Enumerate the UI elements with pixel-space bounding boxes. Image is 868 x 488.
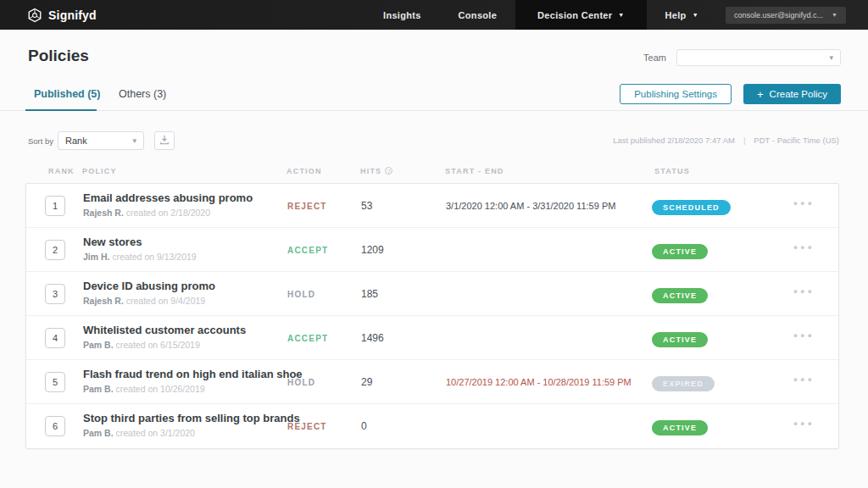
policy-title[interactable]: Whitelisted customer accounts [83,324,246,336]
hits-help-icon[interactable]: ? [385,167,392,175]
status-badge: ACTIVE [652,288,708,303]
action-label: REJECT [287,202,327,211]
account-email: console.user@signifyd.c... [734,11,823,19]
policy-table: 1 Email addresses abusing promo Rajesh R… [25,183,839,449]
tab-published[interactable]: Published (5) [34,88,100,100]
policy-title[interactable]: Stop third parties from selling top bran… [83,412,300,424]
table-row: 5 Flash fraud trend on high end italian … [26,360,838,404]
chevron-down-icon: ▼ [618,12,624,18]
brand[interactable]: Signifyd [27,8,97,23]
col-header-hits: HITS? [360,167,392,175]
action-label: ACCEPT [287,334,328,343]
account-menu[interactable]: console.user@signifyd.c... ▼ [726,7,846,24]
nav-item-decision-center[interactable]: Decision Center ▼ [515,0,646,30]
policy-title[interactable]: New stores [83,236,197,248]
table-header: RANK POLICY ACTION HITS? START - END STA… [25,167,839,179]
brand-name: Signifyd [48,8,97,22]
table-row: 2 New stores Jim H. created on 9/13/2019… [26,228,838,272]
action-label: ACCEPT [287,246,328,255]
nav-item-insights[interactable]: Insights [364,0,440,30]
status-badge: ACTIVE [652,332,708,347]
policy-subtext: Pam B. created on 3/1/2020 [83,428,300,438]
rank-box: 3 [45,284,65,304]
hits-value: 1209 [361,244,384,256]
col-header-action: ACTION [287,167,322,175]
download-icon [159,133,170,148]
tab-others[interactable]: Others (3) [119,88,166,100]
status-badge: SCHEDULED [652,200,731,215]
active-tab-underline [25,109,97,111]
table-row: 1 Email addresses abusing promo Rajesh R… [26,184,838,228]
page-title: Policies [28,47,89,65]
sort-by-label: Sort by [28,136,53,146]
row-menu-button[interactable]: ●●● [793,287,815,296]
action-label: HOLD [287,378,315,387]
publishing-settings-button[interactable]: Publishing Settings [620,84,732,104]
policy-subtext: Pam B. created on 10/26/2019 [83,384,303,394]
team-label: Team [643,53,666,63]
policy-title[interactable]: Flash fraud trend on high end italian sh… [83,368,303,380]
create-policy-button[interactable]: + Create Policy [743,84,841,104]
rank-box: 6 [45,416,65,436]
policy-subtext: Rajesh R. created on 2/18/2020 [83,208,253,218]
col-header-status: STATUS [654,167,690,175]
chevron-down-icon: ▼ [693,12,698,18]
team-select[interactable]: ▾ [676,49,841,66]
policy-subtext: Rajesh R. created on 9/4/2019 [83,296,215,306]
policy-subtext: Jim H. created on 9/13/2019 [83,252,197,262]
col-header-policy: POLICY [82,167,117,175]
start-end-value: 3/1/2020 12:00 AM - 3/31/2020 11:59 PM [446,201,615,211]
chevron-down-icon: ▼ [832,12,837,18]
col-header-start-end: START - END [445,167,504,175]
hits-value: 0 [361,420,367,432]
action-label: HOLD [287,290,315,299]
hits-value: 1496 [361,332,384,344]
action-label: REJECT [287,422,327,431]
row-menu-button[interactable]: ●●● [793,199,815,208]
status-badge: ACTIVE [652,420,708,435]
table-row: 3 Device ID abusing promo Rajesh R. crea… [26,272,838,316]
rank-box: 4 [45,328,65,348]
status-badge: ACTIVE [652,244,708,259]
hits-value: 185 [361,288,378,300]
policy-title[interactable]: Device ID abusing promo [83,280,215,292]
plus-icon: + [757,89,764,100]
chevron-down-icon: ▾ [132,136,136,145]
policy-title[interactable]: Email addresses abusing promo [83,191,253,204]
download-button[interactable] [154,131,175,150]
table-row: 4 Whitelisted customer accounts Pam B. c… [26,316,838,360]
hits-value: 29 [361,376,372,388]
row-menu-button[interactable]: ●●● [793,419,815,428]
table-row: 6 Stop third parties from selling top br… [26,404,838,448]
rank-box: 2 [45,240,65,260]
sort-select[interactable]: Rank ▾ [58,131,144,150]
row-menu-button[interactable]: ●●● [793,331,815,340]
col-header-rank: RANK [48,167,75,175]
sort-select-value: Rank [65,136,87,146]
rank-box: 1 [45,196,65,216]
nav-item-help[interactable]: Help ▼ [647,0,717,30]
row-menu-button[interactable]: ●●● [793,375,815,384]
row-menu-button[interactable]: ●●● [793,243,815,252]
policy-subtext: Pam B. created on 6/15/2019 [83,340,246,350]
start-end-value: 10/27/2019 12:00 AM - 10/28/2019 11:59 P… [446,377,632,387]
nav-item-console[interactable]: Console [440,0,516,30]
hits-value: 53 [361,200,372,212]
chevron-down-icon: ▾ [829,53,833,62]
rank-box: 5 [45,372,65,392]
signifyd-logo-icon [27,8,42,23]
last-published-info: Last published 2/18/2020 7:47 AM|PDT - P… [613,136,839,145]
status-badge: EXPIRED [652,376,715,391]
top-navbar: Signifyd Insights Console Decision Cente… [0,0,868,30]
